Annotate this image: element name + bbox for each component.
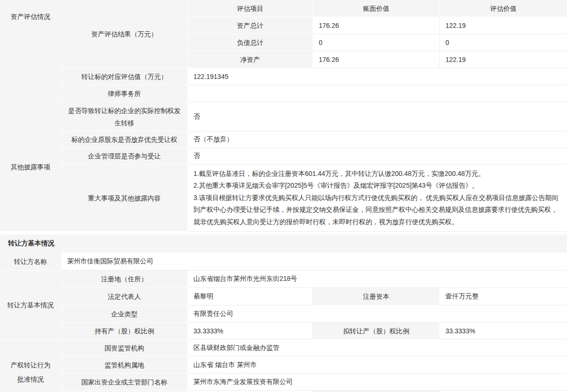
row-label-control-transfer: 是否导致转让标的企业的实际控制权发生转移 (61, 102, 188, 131)
cell-total-liabilities-eval: 0 (440, 34, 567, 51)
row-label-total-assets: 资产总计 (188, 17, 313, 34)
group-label-other-disclosure: 其他披露事项 (0, 102, 61, 232)
cell-transfer-ratio: 33.3333% (440, 322, 567, 340)
asset-evaluation-table: 资产评估情况 资产评估结果（万元） 评估项目 账面价值 评估价值 资产总计 17… (0, 0, 567, 232)
row-label-waive-priority: 标的企业原股东是否放弃优先受让权 (61, 131, 188, 148)
cell-net-assets-book: 176.26 (313, 51, 440, 68)
cell-transferor-name: 莱州市佳衡国际贸易有限公司 (61, 253, 567, 270)
major-matters-paragraph-3: 3.该项目根据转让方要求优先购买权人只能以场内行权方式行使优先购买权的， 优先购… (193, 192, 561, 228)
row-label-transferor-name: 转让方名称 (0, 253, 61, 270)
section-header-transferor: 转让方基本情况 (0, 235, 567, 253)
cell-registered-address: 山东省烟台市莱州市光州东街218号 (188, 270, 567, 288)
row-label-regulator-location: 监管机构属地 (61, 357, 188, 374)
cell-management-participation: 否 (188, 148, 567, 165)
cell-state-funded-enterprise: 莱州市东海产业发展投资有限公司 (188, 374, 567, 391)
row-label-corresponding-eval-value: 转让标的对应评估值（万元） (61, 68, 188, 85)
group-label-approval-line1: 产权转让行为 (11, 358, 51, 372)
row-label-net-assets: 净资产 (188, 51, 313, 68)
column-header-eval-value: 评估价值 (440, 0, 567, 17)
row-label-enterprise-type: 企业类型 (61, 305, 188, 322)
transferor-table: 转让方名称 莱州市佳衡国际贸易有限公司 转让方基本情况 注册地（住所） 山东省烟… (0, 253, 567, 392)
row-label-evaluation-result: 资产评估结果（万元） (61, 0, 188, 68)
cell-total-assets-eval: 122.19 (440, 17, 567, 34)
group-label-approval: 产权转让行为 批准情况 (0, 340, 61, 392)
cell-major-matters: 1.截至评估基准日，标的企业注册资本601.44万元，其中转让方认缴200.48… (188, 165, 567, 232)
major-matters-paragraph-1: 1.截至评估基准日，标的企业注册资本601.44万元，其中转让方认缴200.48… (193, 168, 561, 180)
cell-holding-ratio: 33.3333% (188, 322, 313, 340)
major-matters-paragraph-2: 2.其他重大事项详见烟天会审字[2025]5号《审计报告》及烟宏评报字[2025… (193, 180, 561, 192)
cell-waive-priority: 否（不放弃） (188, 131, 567, 148)
cell-net-assets-eval: 122.19 (440, 51, 567, 68)
group-label-approval-line2: 批准情况 (17, 372, 44, 386)
row-label-registered-address: 注册地（住所） (61, 270, 188, 288)
cell-enterprise-type: 有限责任公司 (188, 305, 567, 322)
row-label-legal-representative: 法定代表人 (61, 288, 188, 305)
column-header-book-value: 账面价值 (313, 0, 440, 17)
cell-total-liabilities-book: 0 (313, 34, 440, 51)
cell-control-transfer: 否 (188, 102, 567, 131)
group-label-transferor-basic: 转让方基本情况 (0, 270, 61, 340)
row-label-state-funded-enterprise: 国家出资企业或主管部门名称 (61, 374, 188, 391)
row-label-major-matters: 重大事项及其他披露内容 (61, 165, 188, 232)
cell-corresponding-eval-value: 122.191345 (188, 68, 567, 85)
column-header-item: 评估项目 (188, 0, 313, 17)
cell-regulator: 区县级财政部门或金融办监管 (188, 340, 567, 357)
row-label-total-liabilities: 负债总计 (188, 34, 313, 51)
row-label-holding-ratio: 持有产（股）权比例 (61, 322, 188, 340)
cell-registered-capital: 壹仟万元整 (440, 288, 567, 305)
row-label-law-firm: 律师事务所 (61, 85, 188, 102)
row-label-management-participation: 企业管理层是否参与受让 (61, 148, 188, 165)
group-label-asset-evaluation: 资产评估情况 (0, 0, 61, 102)
cell-regulator-location: 山东省 烟台市 莱州市 (188, 357, 567, 374)
row-label-registered-capital: 注册资本 (313, 288, 440, 305)
cell-law-firm (188, 85, 567, 102)
row-label-regulator: 国资监管机构 (61, 340, 188, 357)
cell-legal-representative: 綦黎明 (188, 288, 313, 305)
section-title: 转让方基本情况 (8, 239, 54, 248)
cell-total-assets-book: 176.26 (313, 17, 440, 34)
row-label-transfer-ratio: 拟转让产（股）权比例 (313, 322, 440, 340)
